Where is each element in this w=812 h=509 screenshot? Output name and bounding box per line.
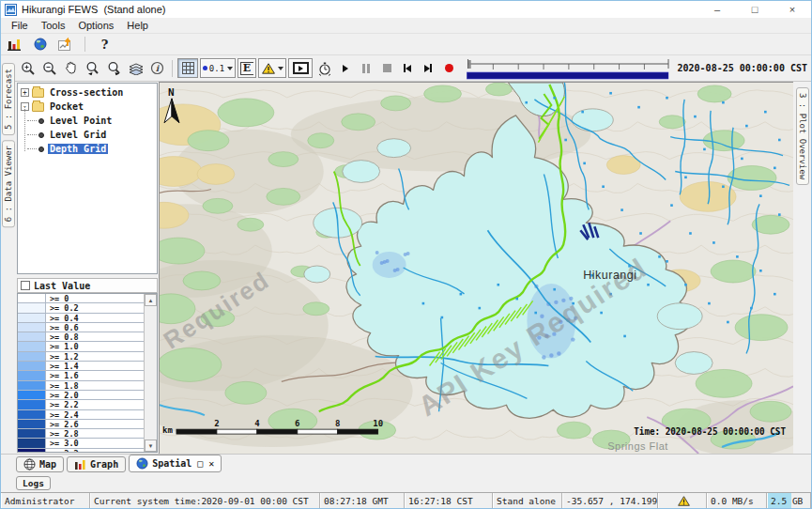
pause-button[interactable] (357, 58, 375, 78)
threshold-warning-dropdown[interactable] (258, 58, 286, 78)
legend-swatch (18, 332, 46, 341)
zoom-next-button[interactable] (104, 58, 124, 78)
tree-item-level-point[interactable]: Level Point (20, 114, 157, 128)
tree-item-pocket[interactable]: -Pocket (20, 100, 157, 114)
hand-icon (64, 61, 78, 75)
tab-map[interactable]: Map (16, 456, 64, 472)
zoom-previous-button[interactable] (83, 58, 102, 78)
zoom-in-button[interactable] (18, 58, 38, 78)
menu-tools[interactable]: Tools (35, 19, 72, 32)
legend-label: >= 0 (46, 294, 69, 302)
legend-label: >= 0.8 (46, 332, 79, 341)
frame-play-icon (293, 62, 309, 74)
logs-button[interactable]: Logs (16, 476, 51, 490)
legend-panel: Last Value >= 0>= 0.2>= 0.4>= 0.6>= 0.8>… (17, 278, 158, 453)
bullet-icon (38, 132, 44, 138)
close-button[interactable]: × (774, 1, 811, 18)
scale-tick-label: 10 (373, 419, 383, 428)
first-step-button[interactable] (398, 58, 417, 78)
tree-item-level-grid[interactable]: Level Grid (20, 128, 157, 142)
scroll-down-icon[interactable]: ▼ (145, 440, 157, 452)
help-button[interactable]: ? (95, 35, 115, 54)
pan-button[interactable] (61, 58, 81, 78)
tree-connector (24, 106, 25, 151)
menu-bar: FileToolsOptionsHelp (1, 18, 811, 34)
tab-spatial[interactable]: Spatial□✕ (129, 455, 222, 472)
record-button[interactable] (439, 58, 458, 78)
animation-settings-button[interactable] (314, 58, 334, 78)
legend-scrollbar[interactable]: ▲ ▼ (144, 294, 157, 452)
last-step-button[interactable] (419, 58, 437, 78)
legend-label: >= 2.4 (46, 410, 79, 419)
tree-item-depth-grid[interactable]: Depth Grid (20, 142, 157, 156)
time-slider[interactable] (466, 57, 671, 80)
legend-swatch (18, 352, 46, 361)
tab-data-viewer[interactable]: 6 : Data Viewer (2, 140, 15, 227)
legend-row: >= 0.8 (18, 332, 144, 342)
tab-forecast[interactable]: 5 : Forecast (2, 63, 15, 135)
grid-display-button[interactable] (177, 58, 198, 78)
zoom-out-button[interactable] (39, 58, 59, 78)
menu-file[interactable]: File (5, 19, 35, 32)
legend-label: >= 1.4 (46, 362, 79, 370)
expand-icon[interactable]: + (21, 88, 29, 97)
layers-button[interactable] (126, 58, 146, 78)
tree-item-cross-section[interactable]: +Cross-section (20, 85, 157, 100)
scroll-up-icon[interactable]: ▲ (145, 294, 157, 306)
menu-help[interactable]: Help (120, 19, 155, 32)
tab-maximize-icon[interactable]: □ (197, 458, 203, 469)
pause-icon (362, 64, 370, 73)
globe-wire-icon (23, 458, 36, 470)
play-icon (343, 65, 348, 72)
menu-options[interactable]: Options (71, 19, 120, 32)
map-canvas[interactable]: API Key Required API Key Required Hikura… (159, 82, 793, 454)
timer-icon (317, 61, 332, 76)
tree-item-label: Level Point (48, 116, 114, 126)
legend-row: >= 3.2 (18, 449, 144, 452)
tab-plot-overview[interactable]: 3 : Plot Overview (796, 87, 809, 185)
legend-label: >= 2.0 (46, 391, 79, 399)
chevron-down-icon (227, 67, 233, 70)
status-warning-icon (658, 493, 707, 508)
database-chart-icon (8, 38, 22, 52)
legend-label: >= 1.2 (46, 352, 79, 361)
label-toggle-button[interactable]: E (237, 58, 256, 78)
legend-row: >= 1.2 (18, 352, 144, 362)
scale-tick-label: 2 (214, 419, 219, 428)
layer-tree: +Cross-section-PocketLevel PointLevel Gr… (17, 83, 158, 274)
tab-label: Map (39, 459, 56, 470)
tab-close-icon[interactable]: ✕ (208, 458, 214, 469)
maximize-button[interactable]: □ (736, 1, 774, 18)
legend-label: >= 1.0 (46, 342, 79, 350)
help-icon: ? (101, 38, 109, 52)
minimize-button[interactable]: – (698, 1, 736, 18)
stop-icon (383, 64, 391, 72)
legend-rows: >= 0>= 0.2>= 0.4>= 0.6>= 0.8>= 1.0>= 1.2… (18, 294, 144, 452)
info-button[interactable]: i (147, 58, 167, 78)
database-viewer-button[interactable] (5, 35, 24, 54)
scale-tick-label: 8 (335, 419, 340, 428)
legend-row: >= 0.4 (18, 314, 144, 323)
stop-button[interactable] (377, 58, 396, 78)
slider-ticks (493, 64, 644, 69)
classbreak-value: 0.1 (209, 64, 224, 73)
app-window: Hikurangi FEWS (Stand alone) – □ × FileT… (0, 0, 812, 509)
tab-graph[interactable]: Graph (67, 456, 126, 472)
tree-item-label: Level Grid (48, 130, 108, 140)
animation-display-button[interactable] (288, 58, 313, 78)
spatial-display-button[interactable] (30, 35, 50, 54)
locality-label: Springs Flat (607, 440, 668, 452)
play-button[interactable] (336, 58, 355, 78)
scale-tick-label: 6 (295, 419, 299, 428)
town-label: Hikurangi (583, 269, 636, 282)
legend-swatch (18, 429, 46, 438)
timeseries-button[interactable] (55, 35, 75, 54)
zoom-in-icon (21, 61, 36, 76)
toolbar-separator (84, 37, 85, 52)
slider-handle[interactable] (468, 60, 470, 69)
legend-label: >= 2.2 (46, 400, 79, 409)
current-datetime: 2020-08-25 00:00:00 CST (678, 63, 807, 73)
last-value-checkbox[interactable] (21, 281, 30, 290)
classbreak-dropdown[interactable]: 0.1 (200, 58, 236, 78)
logs-row: Logs (1, 473, 811, 492)
